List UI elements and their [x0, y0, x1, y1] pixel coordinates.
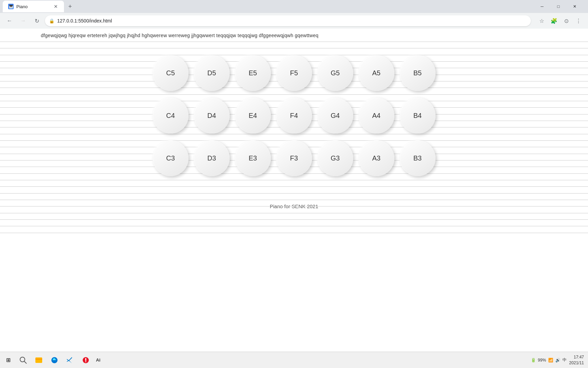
active-tab[interactable]: 🎹 Piano ✕: [3, 1, 64, 12]
keys-area: C5D5E5F5G5A5B5 C4D4E4F4G4A4B4 C3D3E3F3G3…: [0, 45, 588, 190]
key-e4[interactable]: E4: [235, 98, 271, 134]
taskbar-edge[interactable]: [47, 353, 62, 368]
network-icon: 📶: [548, 358, 553, 363]
key-d3[interactable]: D3: [194, 140, 230, 176]
address-bar[interactable]: 🔒 127.0.0.1:5500/index.html: [45, 15, 531, 26]
close-window-button[interactable]: ✕: [567, 0, 583, 13]
tab-favicon: 🎹: [8, 4, 14, 9]
key-a5[interactable]: A5: [359, 55, 394, 91]
ai-label: Ai: [96, 357, 100, 363]
browser-window: 🎹 Piano ✕ + ─ □ ✕ ← → ↻ 🔒 127.0.0.1:5500…: [0, 0, 588, 368]
keys-row-3: C3D3E3F3G3A3B3: [153, 140, 436, 176]
maximize-button[interactable]: □: [551, 0, 566, 13]
keys-row-5: C5D5E5F5G5A5B5: [153, 55, 436, 91]
svg-rect-5: [85, 358, 86, 361]
key-e5[interactable]: E5: [235, 55, 271, 91]
key-g3[interactable]: G3: [317, 140, 353, 176]
extensions-icon[interactable]: 🧩: [549, 15, 559, 26]
staff-container: C5D5E5F5G5A5B5 C4D4E4F4G4A4B4 C3D3E3F3G3…: [0, 38, 588, 197]
key-f3[interactable]: F3: [276, 140, 312, 176]
key-b5[interactable]: B5: [400, 55, 436, 91]
reload-button[interactable]: ↻: [31, 15, 42, 26]
key-d5[interactable]: D5: [194, 55, 230, 91]
key-d4[interactable]: D4: [194, 98, 230, 134]
svg-point-0: [20, 357, 25, 362]
menu-icon[interactable]: ⋮: [573, 15, 584, 26]
taskbar-vscode[interactable]: [63, 353, 78, 368]
key-g4[interactable]: G4: [317, 98, 353, 134]
taskbar-explorer[interactable]: [31, 353, 46, 368]
svg-line-1: [24, 361, 27, 364]
language-indicator: 中: [562, 357, 567, 363]
key-a4[interactable]: A4: [359, 98, 394, 134]
key-c5[interactable]: C5: [153, 55, 189, 91]
taskbar: ⊞: [0, 352, 588, 368]
svg-point-6: [85, 361, 86, 362]
svg-rect-3: [35, 359, 42, 359]
battery-icon: 🔋: [531, 358, 536, 363]
battery-level: 99%: [538, 358, 546, 363]
clock-date: 2021/11: [569, 360, 584, 366]
toolbar-icons: ☆ 🧩 ⊙ ⋮: [536, 15, 584, 26]
tab-bar: 🎹 Piano ✕ + ─ □ ✕: [0, 0, 588, 13]
footer-text: Piano for SENK 2021: [0, 197, 588, 219]
volume-icon: 🔊: [555, 358, 560, 363]
page-content: dfgewqjqwg hjqreqw ertetereh jqwjhgq jhq…: [0, 29, 588, 368]
address-bar-row: ← → ↻ 🔒 127.0.0.1:5500/index.html ☆ 🧩 ⊙ …: [0, 13, 588, 29]
tab-title: Piano: [16, 4, 28, 9]
tab-close-button[interactable]: ✕: [53, 4, 59, 9]
key-g5[interactable]: G5: [317, 55, 353, 91]
window-controls: ─ □ ✕: [534, 0, 585, 13]
back-button[interactable]: ←: [4, 15, 15, 26]
forward-button[interactable]: →: [18, 15, 29, 26]
key-a3[interactable]: A3: [359, 140, 394, 176]
key-e3[interactable]: E3: [235, 140, 271, 176]
taskbar-extra[interactable]: [78, 353, 93, 368]
url-text: 127.0.0.1:5500/index.html: [57, 18, 112, 24]
taskbar-apps: [31, 353, 93, 368]
star-icon[interactable]: ☆: [536, 15, 547, 26]
key-b3[interactable]: B3: [400, 140, 436, 176]
taskbar-search[interactable]: [18, 355, 29, 366]
header-text: dfgewqjqwg hjqreqw ertetereh jqwjhgq jhq…: [0, 29, 588, 38]
key-b4[interactable]: B4: [400, 98, 436, 134]
new-tab-button[interactable]: +: [65, 2, 75, 11]
key-f5[interactable]: F5: [276, 55, 312, 91]
keys-row-4: C4D4E4F4G4A4B4: [153, 98, 436, 134]
profile-icon[interactable]: ⊙: [561, 15, 572, 26]
time-display: 17:47 2021/11: [569, 354, 584, 366]
start-button[interactable]: ⊞: [0, 352, 16, 368]
security-icon: 🔒: [49, 18, 54, 24]
system-tray: 🔋 99% 📶 🔊 中: [531, 357, 567, 363]
key-f4[interactable]: F4: [276, 98, 312, 134]
key-c4[interactable]: C4: [153, 98, 189, 134]
key-c3[interactable]: C3: [153, 140, 189, 176]
minimize-button[interactable]: ─: [534, 0, 550, 13]
clock-time: 17:47: [569, 354, 584, 360]
taskbar-right: 🔋 99% 📶 🔊 中 17:47 2021/11: [531, 354, 588, 366]
svg-rect-2: [35, 357, 42, 363]
